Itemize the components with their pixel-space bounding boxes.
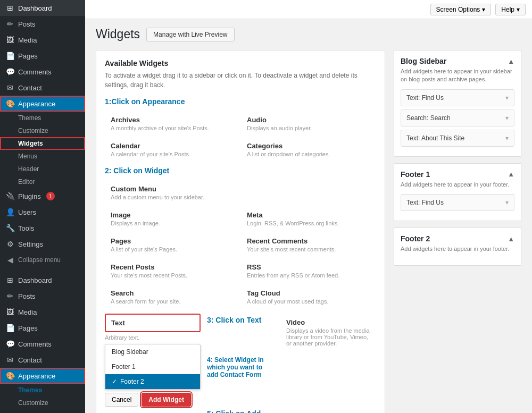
sidebar-sub-menus[interactable]: Menus [0, 150, 85, 163]
plugins-badge: 1 [46, 192, 55, 200]
step-instructions-right: 3: Click on Text 4: Select Widget in whi… [207, 314, 274, 413]
sidebar-item-contact2[interactable]: ✉ Contact [0, 352, 85, 368]
sidebar: ⊞ Dashboard ✏ Posts 🖼 Media 📄 Pages 💬 Co… [0, 0, 85, 413]
blog-sidebar-area: Blog Sidebar ▲ Add widgets here to appea… [394, 50, 521, 157]
posts-icon: ✏ [5, 20, 15, 28]
sidebar-item-comments2[interactable]: 💬 Comments [0, 336, 85, 352]
blog-sidebar-arrow[interactable]: ▲ [508, 57, 514, 65]
blog-sidebar-widget-3[interactable]: Text: About This Site ▾ [401, 130, 514, 147]
sidebar-collapse[interactable]: ◀ Collapse menu [0, 252, 85, 268]
widget-expand-icon[interactable]: ▾ [505, 134, 509, 142]
sidebar-item-pages[interactable]: 📄 Pages [0, 48, 85, 64]
widget-expand-icon[interactable]: ▾ [505, 94, 509, 102]
footer2-title: Footer 2 [401, 234, 430, 243]
widget-image[interactable]: Image Displays an image. [105, 206, 240, 231]
sidebar-item-media2[interactable]: 🖼 Media [0, 304, 85, 320]
sidebar-sub-widgets[interactable]: Widgets [0, 137, 85, 150]
text-widget-highlighted[interactable]: Text [105, 314, 201, 332]
widget-pages[interactable]: Pages A list of your site's Pages. [105, 232, 240, 257]
sidebar-item-label: Settings [18, 240, 43, 248]
sidebar-select-dropdown[interactable]: Blog Sidebar Footer 1 ✓ Footer 2 [105, 344, 201, 390]
blog-sidebar-title: Blog Sidebar [401, 57, 446, 65]
contact2-icon: ✉ [5, 356, 15, 364]
footer1-desc: Add widgets here to appear in your foote… [401, 181, 514, 189]
screen-options-button[interactable]: Screen Options ▾ [430, 4, 492, 15]
dashboard-icon: ⊞ [5, 4, 15, 12]
checkmark-icon: ✓ [112, 378, 117, 385]
widget-custom-menu[interactable]: Custom Menu Add a custom menu to your si… [105, 180, 240, 205]
instruction-3: 3: Click on Text [207, 316, 274, 324]
sidebar-item-label: Plugins [18, 192, 41, 200]
sidebar-item-label: Comments [18, 68, 52, 76]
sidebar-item-label: Posts [18, 292, 36, 300]
pages2-icon: 📄 [5, 324, 15, 332]
widget-video[interactable]: Video Displays a video from the media li… [280, 314, 376, 351]
blog-sidebar-desc: Add widgets here to appear in your sideb… [401, 68, 514, 84]
posts2-icon: ✏ [5, 292, 15, 300]
footer2-arrow[interactable]: ▲ [508, 235, 514, 243]
comments2-icon: 💬 [5, 340, 15, 348]
available-widgets-title: Available Widgets [105, 59, 376, 68]
sidebar-sub-customize[interactable]: Customize [0, 124, 85, 137]
widget-categories[interactable]: Categories A list or dropdown of categor… [241, 137, 376, 162]
sidebar-item-posts[interactable]: ✏ Posts [0, 16, 85, 32]
sidebar-item-pages2[interactable]: 📄 Pages [0, 320, 85, 336]
widget-search[interactable]: Search A search form for your site. [105, 284, 240, 309]
blog-sidebar-widget-1[interactable]: Text: Find Us ▾ [401, 89, 514, 106]
widget-meta[interactable]: Meta Login, RSS, & WordPress.org links. [241, 206, 376, 231]
sidebar-sub-themes2[interactable]: Themes [0, 384, 85, 397]
text-widget-container: Text Arbitrary text. Blog Sidebar Footer… [105, 314, 201, 407]
sidebar-item-media[interactable]: 🖼 Media [0, 32, 85, 48]
widget-audio[interactable]: Audio Displays an audio player. [241, 111, 376, 136]
contact-icon: ✉ [5, 83, 15, 92]
sidebar-sub-header[interactable]: Header [0, 163, 85, 175]
footer1-arrow[interactable]: ▲ [508, 170, 514, 178]
sidebar-item-settings[interactable]: ⚙ Settings [0, 236, 85, 252]
sidebar-sub-editor[interactable]: Editor [0, 175, 85, 188]
widget-expand-icon[interactable]: ▾ [505, 199, 509, 206]
widget-expand-icon[interactable]: ▾ [505, 114, 509, 122]
footer1-widget-1[interactable]: Text: Find Us ▾ [401, 194, 514, 211]
sidebar-item-comments[interactable]: 💬 Comments [0, 64, 85, 80]
instruction-1: 1:Click on Appearance [105, 97, 376, 106]
sidebar-item-appearance[interactable]: 🎨 Appearance [0, 96, 85, 112]
sidebar-item-appearance2[interactable]: 🎨 Appearance [0, 368, 85, 384]
sidebar-sub-customize2[interactable]: Customize [0, 397, 85, 409]
add-widget-button[interactable]: Add Widget [142, 393, 191, 407]
dropdown-option-footer1[interactable]: Footer 1 [105, 359, 200, 374]
footer1-area: Footer 1 ▲ Add widgets here to appear in… [394, 163, 521, 221]
sidebar-item-contact[interactable]: ✉ Contact [0, 80, 85, 96]
help-dropdown-icon: ▾ [517, 6, 520, 13]
widget-grid-2: Custom Menu Add a custom menu to your si… [105, 180, 376, 309]
sidebar-sub-widgets2[interactable]: Widgets [0, 409, 85, 413]
widget-rss[interactable]: RSS Entries from any RSS or Atom feed. [241, 258, 376, 283]
sidebar-item-dashboard[interactable]: ⊞ Dashboard [0, 0, 85, 16]
sidebar-item-posts2[interactable]: ✏ Posts [0, 288, 85, 304]
widget-tag-cloud[interactable]: Tag Cloud A cloud of your most used tags… [241, 284, 376, 309]
available-widgets-description: To activate a widget drag it to a sideba… [105, 71, 376, 90]
footer1-title: Footer 1 [401, 170, 430, 179]
sidebar-item-label: Pages [18, 324, 38, 332]
page-title: Widgets [96, 27, 140, 41]
widget-calendar[interactable]: Calendar A calendar of your site's Posts… [105, 137, 240, 162]
footer2-desc: Add widgets here to appear in your foote… [401, 245, 514, 253]
sidebar-item-tools[interactable]: 🔧 Tools [0, 220, 85, 236]
sidebar-item-dashboard2[interactable]: ⊞ Dashboard [0, 272, 85, 288]
manage-preview-button[interactable]: Manage with Live Preview [146, 28, 234, 41]
widget-recent-posts[interactable]: Recent Posts Your site's most recent Pos… [105, 258, 240, 283]
help-button[interactable]: Help ▾ [495, 4, 526, 15]
footer2-area: Footer 2 ▲ Add widgets here to appear in… [394, 227, 521, 265]
dropdown-option-blog-sidebar[interactable]: Blog Sidebar [105, 344, 200, 359]
users-icon: 👤 [5, 208, 15, 216]
widget-archives[interactable]: Archives A monthly archive of your site'… [105, 111, 240, 136]
sidebar-item-plugins[interactable]: 🔌 Plugins 1 [0, 188, 85, 204]
blog-sidebar-widget-2[interactable]: Search: Search ▾ [401, 109, 514, 127]
sidebar-item-label: Media [18, 308, 37, 316]
dropdown-option-footer2[interactable]: ✓ Footer 2 [105, 374, 200, 389]
sidebar-item-users[interactable]: 👤 Users [0, 204, 85, 220]
sidebar-sub-themes[interactable]: Themes [0, 112, 85, 124]
instruction-2: 2: Click on Widget [105, 166, 376, 175]
cancel-button[interactable]: Cancel [105, 393, 138, 407]
widget-recent-comments[interactable]: Recent Comments Your site's most recent … [241, 232, 376, 257]
media-icon: 🖼 [5, 36, 15, 44]
